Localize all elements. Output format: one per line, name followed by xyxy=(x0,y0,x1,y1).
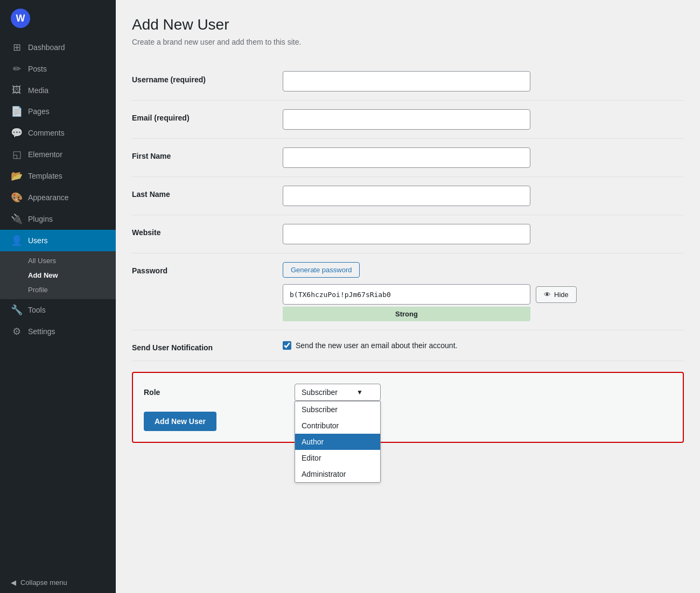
sidebar-item-tools[interactable]: 🔧 Tools xyxy=(0,299,116,321)
templates-icon: 📂 xyxy=(11,170,23,182)
add-new-user-button[interactable]: Add New User xyxy=(144,412,216,431)
lastname-label: Last Name xyxy=(132,186,283,199)
sidebar-item-plugins[interactable]: 🔌 Plugins xyxy=(0,208,116,230)
submenu-all-users[interactable]: All Users xyxy=(0,253,116,268)
sidebar-logo: W xyxy=(0,0,116,37)
sidebar-item-pages[interactable]: 📄 Pages xyxy=(0,101,116,122)
hide-eye-icon: 👁 xyxy=(544,291,551,299)
submenu-add-new[interactable]: Add New xyxy=(0,268,116,283)
username-label: Username (required) xyxy=(132,71,283,84)
notification-checkbox[interactable] xyxy=(283,341,291,350)
media-icon: 🖼 xyxy=(11,84,23,96)
sidebar-item-label: Templates xyxy=(28,172,62,180)
sidebar-item-media[interactable]: 🖼 Media xyxy=(0,80,116,101)
submenu-profile[interactable]: Profile xyxy=(0,283,116,297)
password-field-container: Generate password 👁 Hide Strong xyxy=(283,262,684,321)
website-row: Website xyxy=(132,215,684,253)
notification-text: Send the new user an email about their a… xyxy=(296,341,457,350)
role-dropdown: Subscriber Contributor Author Editor Adm… xyxy=(295,401,381,483)
role-select-wrapper: Subscriber ▼ Subscriber Contributor Auth… xyxy=(295,384,381,401)
website-label: Website xyxy=(132,224,283,237)
role-label: Role xyxy=(144,384,284,397)
sidebar-item-label: Pages xyxy=(28,107,50,116)
sidebar: W ⊞ Dashboard ✏ Posts 🖼 Media 📄 Pages 💬 … xyxy=(0,0,116,593)
sidebar-item-label: Users xyxy=(28,236,48,245)
notification-label: Send User Notification xyxy=(132,339,283,352)
settings-icon: ⚙ xyxy=(11,326,23,337)
main-content: Add New User Create a brand new user and… xyxy=(116,0,700,593)
sidebar-item-appearance[interactable]: 🎨 Appearance xyxy=(0,187,116,208)
username-input[interactable] xyxy=(283,71,530,91)
sidebar-item-posts[interactable]: ✏ Posts xyxy=(0,58,116,80)
role-section: Role Subscriber ▼ Subscriber Contributor… xyxy=(132,372,684,443)
sidebar-item-label: Plugins xyxy=(28,215,53,223)
username-row: Username (required) xyxy=(132,62,684,101)
role-field-container: Subscriber ▼ Subscriber Contributor Auth… xyxy=(295,384,672,401)
sidebar-item-label: Media xyxy=(28,86,48,95)
sidebar-item-elementor[interactable]: ◱ Elementor xyxy=(0,144,116,165)
sidebar-item-label: Posts xyxy=(28,65,47,73)
elementor-icon: ◱ xyxy=(11,149,23,160)
password-label: Password xyxy=(132,262,283,275)
lastname-field-container xyxy=(283,186,684,206)
role-option-author[interactable]: Author xyxy=(295,434,380,450)
username-field xyxy=(283,71,684,91)
website-input[interactable] xyxy=(283,224,530,244)
role-option-contributor[interactable]: Contributor xyxy=(295,418,380,434)
users-submenu: All Users Add New Profile xyxy=(0,251,116,299)
sidebar-item-label: Settings xyxy=(28,327,55,336)
users-icon: 👤 xyxy=(11,235,23,246)
sidebar-item-comments[interactable]: 💬 Comments xyxy=(0,122,116,144)
password-input[interactable] xyxy=(283,284,530,305)
sidebar-item-label: Elementor xyxy=(28,150,62,159)
role-row: Role Subscriber ▼ Subscriber Contributor… xyxy=(144,384,672,401)
notification-row: Send User Notification Send the new user… xyxy=(132,330,684,361)
firstname-input[interactable] xyxy=(283,147,530,168)
sidebar-item-label: Comments xyxy=(28,129,65,137)
email-field-container xyxy=(283,109,684,130)
role-selected-value: Subscriber xyxy=(302,388,338,397)
password-strength-indicator: Strong xyxy=(283,307,530,321)
email-input[interactable] xyxy=(283,109,530,130)
hide-password-button[interactable]: 👁 Hide xyxy=(536,286,577,303)
sidebar-item-users[interactable]: 👤 Users ◀ xyxy=(0,230,116,251)
plugins-icon: 🔌 xyxy=(11,213,23,225)
page-title: Add New User xyxy=(132,16,684,33)
firstname-field-container xyxy=(283,147,684,168)
posts-icon: ✏ xyxy=(11,63,23,75)
sidebar-item-label: Appearance xyxy=(28,193,69,202)
tools-icon: 🔧 xyxy=(11,304,23,316)
page-subtitle: Create a brand new user and add them to … xyxy=(132,38,684,46)
role-option-subscriber[interactable]: Subscriber xyxy=(295,401,380,418)
chevron-down-icon: ▼ xyxy=(356,389,363,396)
email-label: Email (required) xyxy=(132,109,283,122)
pages-icon: 📄 xyxy=(11,105,23,117)
collapse-label: Collapse menu xyxy=(20,578,67,587)
sidebar-nav: ⊞ Dashboard ✏ Posts 🖼 Media 📄 Pages 💬 Co… xyxy=(0,37,116,572)
collapse-menu[interactable]: ◀ Collapse menu xyxy=(0,572,116,593)
email-row: Email (required) xyxy=(132,101,684,139)
collapse-icon: ◀ xyxy=(11,578,16,587)
appearance-icon: 🎨 xyxy=(11,192,23,203)
comments-icon: 💬 xyxy=(11,127,23,139)
website-field-container xyxy=(283,224,684,244)
role-select-display[interactable]: Subscriber ▼ xyxy=(295,384,381,401)
role-option-administrator[interactable]: Administrator xyxy=(295,466,380,482)
sidebar-item-label: Dashboard xyxy=(28,43,65,52)
sidebar-item-templates[interactable]: 📂 Templates xyxy=(0,165,116,187)
firstname-label: First Name xyxy=(132,147,283,160)
password-input-row: 👁 Hide xyxy=(283,284,684,305)
sidebar-item-settings[interactable]: ⚙ Settings xyxy=(0,321,116,342)
password-row: Password Generate password 👁 Hide Strong xyxy=(132,253,684,330)
sidebar-item-dashboard[interactable]: ⊞ Dashboard xyxy=(0,37,116,58)
hide-label: Hide xyxy=(554,291,569,299)
wp-logo-icon: W xyxy=(11,9,30,28)
notification-checkbox-label[interactable]: Send the new user an email about their a… xyxy=(283,341,684,350)
dashboard-icon: ⊞ xyxy=(11,41,23,53)
sidebar-item-label: Tools xyxy=(28,306,46,314)
generate-password-button[interactable]: Generate password xyxy=(283,262,360,278)
role-option-editor[interactable]: Editor xyxy=(295,450,380,466)
lastname-row: Last Name xyxy=(132,177,684,215)
lastname-input[interactable] xyxy=(283,186,530,206)
notification-field-container: Send the new user an email about their a… xyxy=(283,341,684,350)
